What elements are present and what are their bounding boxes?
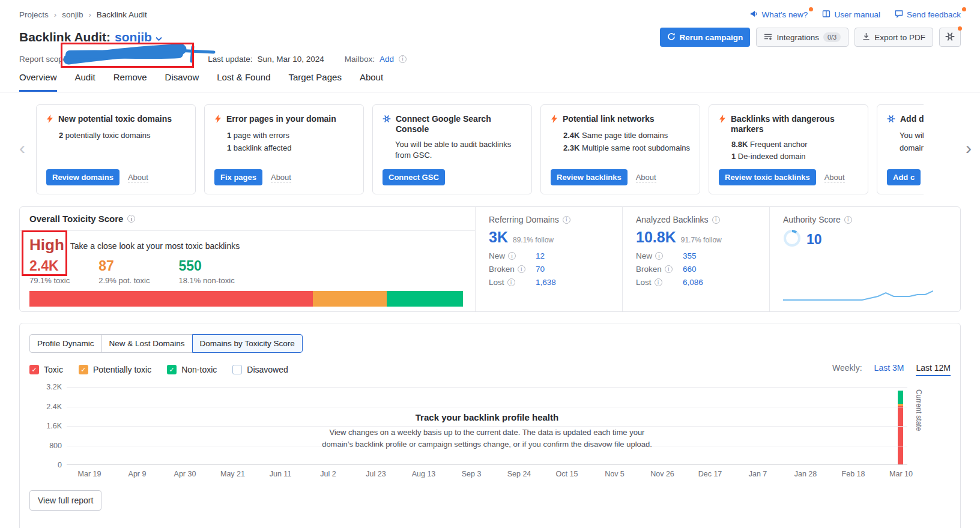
toxicity-bar-segment-toxic[interactable] bbox=[29, 291, 313, 307]
chart-toggle-group: Profile DynamicNew & Lost DomainsDomains… bbox=[29, 334, 303, 353]
checkbox-icon[interactable]: ✓ bbox=[29, 365, 39, 374]
info-icon[interactable] bbox=[665, 265, 673, 273]
metric-row-value[interactable]: 70 bbox=[536, 265, 545, 274]
metric-row-value[interactable]: 660 bbox=[683, 265, 697, 274]
card-primary-button[interactable]: Connect GSC bbox=[383, 169, 445, 185]
legend-potentially-toxic[interactable]: ✓Potentially toxic bbox=[79, 365, 151, 374]
tab-target-pages[interactable]: Target Pages bbox=[289, 72, 342, 92]
card-about-link[interactable]: About bbox=[636, 173, 656, 182]
chart-toggle-profile-dynamic[interactable]: Profile Dynamic bbox=[29, 334, 102, 353]
card-about-link[interactable]: About bbox=[128, 173, 148, 182]
metric-row: New 12 bbox=[489, 251, 622, 260]
mailbox-add-link[interactable]: Add bbox=[380, 55, 394, 64]
metric-row-value[interactable]: 12 bbox=[536, 251, 545, 260]
checkbox-icon[interactable]: ✓ bbox=[167, 365, 177, 374]
breadcrumb-project[interactable]: sonjib bbox=[62, 10, 83, 19]
settings-button[interactable] bbox=[939, 28, 961, 47]
chart-empty-overlay: Track your backlink profile health View … bbox=[67, 412, 907, 450]
card-primary-button[interactable]: Review toxic backlinks bbox=[719, 169, 816, 185]
carousel-next-icon[interactable]: › bbox=[966, 139, 972, 157]
x-tick-label: Dec 17 bbox=[698, 470, 722, 478]
tab-overview[interactable]: Overview bbox=[19, 72, 57, 92]
info-icon[interactable] bbox=[127, 215, 135, 223]
current-bar-segment-non-toxic bbox=[898, 391, 903, 404]
project-selector[interactable]: sonjib bbox=[115, 30, 162, 44]
x-tick-label: Apr 30 bbox=[174, 470, 196, 478]
tab-about[interactable]: About bbox=[360, 72, 383, 92]
legend-items: ✓Toxic✓Potentially toxic✓Non-toxicDisavo… bbox=[29, 365, 304, 374]
current-state-bar[interactable] bbox=[898, 391, 903, 464]
checkbox-icon[interactable]: ✓ bbox=[79, 365, 88, 374]
metrics-area: Referring Domains 3K89.1% followNew 12Br… bbox=[475, 207, 960, 311]
legend-non-toxic[interactable]: ✓Non-toxic bbox=[167, 365, 217, 374]
card-title: Potential link networks bbox=[551, 114, 690, 125]
metric-main-value[interactable]: 3K89.1% follow bbox=[489, 229, 622, 246]
range-last-12m[interactable]: Last 12M bbox=[916, 363, 951, 376]
toxicity-stat-value[interactable]: 2.4K bbox=[29, 258, 70, 274]
user-manual-link[interactable]: User manual bbox=[822, 10, 880, 20]
export-pdf-button[interactable]: Export to PDF bbox=[854, 28, 933, 47]
toxicity-stat: 55018.1% non-toxic bbox=[178, 258, 234, 285]
tab-lost-found[interactable]: Lost & Found bbox=[217, 72, 270, 92]
metric-row-value[interactable]: 6,086 bbox=[683, 278, 703, 287]
notification-dot bbox=[958, 26, 962, 31]
legend-disavowed[interactable]: Disavowed bbox=[232, 365, 288, 374]
card-about-link[interactable]: About bbox=[824, 173, 845, 182]
card-primary-button[interactable]: Review domains bbox=[46, 169, 119, 185]
info-icon[interactable] bbox=[655, 252, 663, 260]
metric-row-label: Broken bbox=[489, 265, 536, 274]
integrations-button[interactable]: Integrations 0/3 bbox=[756, 28, 848, 47]
breadcrumb-projects[interactable]: Projects bbox=[19, 10, 49, 19]
card-primary-button[interactable]: Review backlinks bbox=[551, 169, 628, 185]
send-feedback-link[interactable]: Send feedback bbox=[895, 10, 961, 20]
info-icon[interactable] bbox=[563, 216, 570, 224]
redacted-report-scope bbox=[72, 54, 203, 64]
card-about-link[interactable]: About bbox=[271, 173, 291, 182]
tab-audit[interactable]: Audit bbox=[75, 72, 95, 92]
info-icon[interactable] bbox=[655, 278, 662, 286]
metric-main-value[interactable]: 10.8K91.7% follow bbox=[636, 229, 769, 246]
mailbox-label: Mailbox: bbox=[345, 55, 375, 64]
card-primary-button[interactable]: Fix pages bbox=[214, 169, 262, 185]
gear-icon bbox=[945, 32, 955, 43]
toxicity-stat-value[interactable]: 550 bbox=[178, 258, 234, 274]
card-line: 2.4K Same page title domains bbox=[563, 130, 690, 142]
info-icon[interactable] bbox=[712, 216, 720, 224]
metric-row-label: Lost bbox=[636, 278, 683, 287]
metric-row-value[interactable]: 355 bbox=[683, 251, 697, 260]
carousel-prev-icon[interactable]: ‹ bbox=[19, 139, 25, 157]
whats-new-link[interactable]: What's new? bbox=[750, 10, 808, 20]
chart-toggle-new-lost-domains[interactable]: New & Lost Domains bbox=[101, 334, 193, 353]
x-tick-label: Aug 13 bbox=[412, 470, 436, 478]
chart-toggle-domains-by-toxicity-score[interactable]: Domains by Toxicity Score bbox=[192, 334, 303, 353]
checkbox-icon[interactable] bbox=[232, 365, 242, 374]
tab-disavow[interactable]: Disavow bbox=[165, 72, 199, 92]
lightning-icon bbox=[46, 115, 53, 125]
info-icon[interactable] bbox=[844, 216, 852, 224]
info-icon[interactable] bbox=[518, 265, 525, 273]
legend-row: ✓Toxic✓Potentially toxic✓Non-toxicDisavo… bbox=[29, 363, 951, 376]
toxicity-panel: Overall Toxicity Score High Take a close… bbox=[20, 207, 475, 311]
info-icon[interactable] bbox=[399, 55, 407, 63]
last-update-value: Sun, Mar 10, 2024 bbox=[258, 55, 324, 64]
metric-row-value[interactable]: 1,638 bbox=[536, 278, 556, 287]
card-primary-button[interactable]: Add c bbox=[887, 169, 921, 185]
info-icon[interactable] bbox=[508, 252, 516, 260]
view-full-report-button[interactable]: View full report bbox=[29, 490, 101, 511]
lightning-icon bbox=[551, 115, 558, 125]
range-last-3m[interactable]: Last 3M bbox=[874, 363, 904, 373]
lightning-icon bbox=[719, 115, 726, 125]
download-icon bbox=[862, 32, 870, 43]
authority-score-value[interactable]: 10 bbox=[806, 232, 822, 248]
tab-remove[interactable]: Remove bbox=[113, 72, 147, 92]
cards-track: New potential toxic domains2 potentially… bbox=[36, 104, 980, 194]
rerun-campaign-button[interactable]: Rerun campaign bbox=[660, 28, 751, 47]
cards-carousel: New potential toxic domains2 potentially… bbox=[0, 92, 980, 194]
metric-title: Referring Domains bbox=[489, 215, 622, 224]
legend-toxic[interactable]: ✓Toxic bbox=[29, 365, 63, 374]
toxicity-stat-value[interactable]: 87 bbox=[98, 258, 150, 274]
toxicity-bar-segment-non-toxic[interactable] bbox=[387, 291, 463, 307]
x-tick-label: Sep 3 bbox=[462, 470, 482, 478]
info-icon[interactable] bbox=[507, 278, 515, 286]
toxicity-bar-segment-potentially-toxic[interactable] bbox=[313, 291, 387, 307]
